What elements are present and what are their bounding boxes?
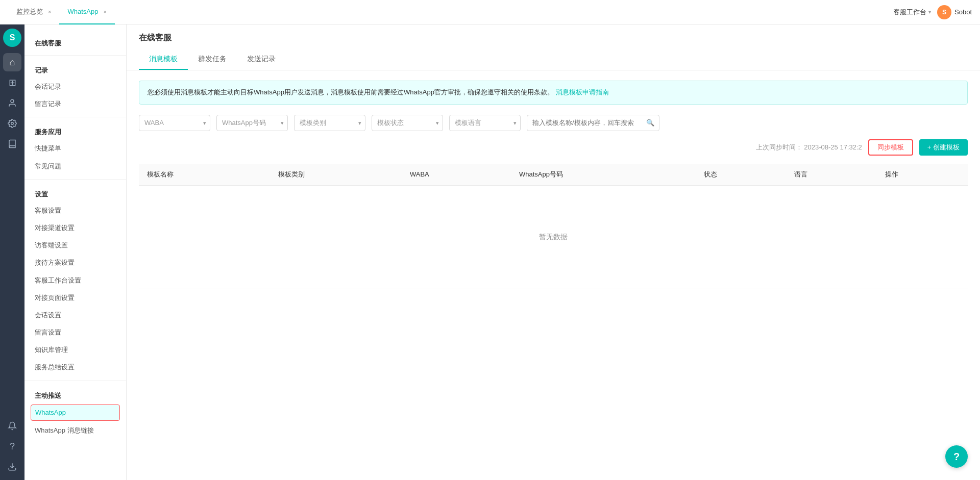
workspace-button[interactable]: 客服工作台 ▾ bbox=[893, 8, 931, 17]
icon-sidebar: S ⌂ ⊞ ? bbox=[0, 24, 24, 480]
tab-monitor-close[interactable]: × bbox=[48, 9, 51, 15]
tab-monitor-label: 监控总览 bbox=[16, 7, 43, 16]
nav-item-whatsapp[interactable]: WhatsApp bbox=[31, 405, 120, 421]
nav-item-reception-settings[interactable]: 接待方案设置 bbox=[24, 254, 126, 271]
empty-state-row: 暂无数据 bbox=[139, 185, 968, 289]
category-select[interactable]: 模板类别 bbox=[294, 115, 365, 131]
nav-item-whatsapp-link[interactable]: WhatsApp 消息链接 bbox=[24, 422, 126, 439]
table-header: 模板名称 模板类别 WABA WhatsApp号码 状态 语言 操作 bbox=[139, 164, 968, 186]
tab-whatsapp-close[interactable]: × bbox=[103, 9, 106, 15]
nav-item-service-summary[interactable]: 服务总结设置 bbox=[24, 359, 126, 376]
tab-message-template[interactable]: 消息模板 bbox=[139, 49, 188, 70]
nav-item-agent-settings[interactable]: 客服设置 bbox=[24, 202, 126, 219]
search-icon: 🔍 bbox=[646, 119, 654, 127]
nav-item-quickmenu[interactable]: 快捷菜单 bbox=[24, 140, 126, 157]
section-title-settings: 设置 bbox=[24, 184, 126, 202]
col-action: 操作 bbox=[877, 164, 968, 186]
nav-item-conversation[interactable]: 会话记录 bbox=[24, 78, 126, 95]
page-header: 在线客服 消息模板 群发任务 发送记录 bbox=[127, 24, 980, 70]
status-select-wrapper: 模板状态 bbox=[372, 115, 443, 131]
sidebar-icon-contacts[interactable] bbox=[3, 94, 21, 112]
content-page-title: 在线客服 bbox=[139, 33, 968, 43]
info-banner: 您必须使用消息模板才能主动向目标WhatsApp用户发送消息，消息模板使用前需要… bbox=[139, 81, 968, 105]
nav-divider-4 bbox=[24, 381, 126, 381]
col-language: 语言 bbox=[786, 164, 877, 186]
sidebar-icon-book[interactable] bbox=[3, 135, 21, 153]
content-body: 您必须使用消息模板才能主动向目标WhatsApp用户发送消息，消息模板使用前需要… bbox=[127, 70, 980, 480]
svg-point-1 bbox=[11, 122, 14, 125]
nav-divider-2 bbox=[24, 117, 126, 117]
nav-divider-3 bbox=[24, 179, 126, 180]
nav-sidebar: 在线客服 记录 会话记录 留言记录 服务应用 快捷菜单 常见问题 设置 客服设置… bbox=[24, 24, 127, 480]
nav-item-workspace-settings[interactable]: 客服工作台设置 bbox=[24, 272, 126, 289]
section-title-service: 服务应用 bbox=[24, 121, 126, 140]
sidebar-icon-bell[interactable] bbox=[3, 417, 21, 435]
col-waba: WABA bbox=[402, 164, 511, 186]
language-select-wrapper: 模板语言 bbox=[449, 115, 521, 131]
nav-item-interface-settings[interactable]: 对接页面设置 bbox=[24, 289, 126, 307]
nav-item-留言[interactable]: 留言记录 bbox=[24, 95, 126, 113]
sidebar-icon-help[interactable]: ? bbox=[3, 437, 21, 456]
phone-select-wrapper: WhatsApp号码 bbox=[216, 115, 288, 131]
nav-divider-1 bbox=[24, 55, 126, 56]
workspace-label: 客服工作台 bbox=[893, 8, 926, 17]
search-input[interactable] bbox=[527, 115, 659, 131]
language-select[interactable]: 模板语言 bbox=[449, 115, 521, 131]
avatar: S bbox=[937, 5, 951, 19]
nav-item-channel-settings[interactable]: 对接渠道设置 bbox=[24, 219, 126, 237]
topbar: 监控总览 × WhatsApp × 客服工作台 ▾ S Sobot bbox=[0, 0, 980, 24]
sidebar-icon-download[interactable] bbox=[3, 458, 21, 476]
nav-item-message-settings[interactable]: 留言设置 bbox=[24, 324, 126, 341]
tab-send-record[interactable]: 发送记录 bbox=[237, 49, 286, 70]
status-select[interactable]: 模板状态 bbox=[372, 115, 443, 131]
action-row: 上次同步时间： 2023-08-25 17:32:2 同步模板 + 创建模板 bbox=[139, 139, 968, 156]
empty-text: 暂无数据 bbox=[147, 192, 960, 283]
svg-point-0 bbox=[11, 99, 14, 103]
phone-select[interactable]: WhatsApp号码 bbox=[216, 115, 288, 131]
table-body: 暂无数据 bbox=[139, 185, 968, 289]
col-phone: WhatsApp号码 bbox=[511, 164, 696, 186]
sync-button[interactable]: 同步模板 bbox=[868, 139, 913, 156]
page-title: 在线客服 bbox=[24, 33, 126, 51]
content-tabs-bar: 消息模板 群发任务 发送记录 bbox=[139, 49, 968, 70]
main-layout: S ⌂ ⊞ ? 在线客服 记录 会话记录 留言记录 服务应用 快捷 bbox=[0, 24, 980, 480]
sidebar-icon-apps[interactable]: ⊞ bbox=[3, 73, 21, 92]
search-wrapper: 🔍 bbox=[527, 115, 659, 131]
content-area: 在线客服 消息模板 群发任务 发送记录 您必须使用消息模板才能主动向目标What… bbox=[127, 24, 980, 480]
col-name: 模板名称 bbox=[139, 164, 270, 186]
section-title-records: 记录 bbox=[24, 60, 126, 78]
waba-select-wrapper: WABA bbox=[139, 115, 210, 131]
nav-item-knowledge-mgmt[interactable]: 知识库管理 bbox=[24, 341, 126, 359]
icon-sidebar-bottom: ? bbox=[3, 417, 21, 476]
help-button[interactable]: ? bbox=[945, 445, 968, 468]
user-name: Sobot bbox=[954, 8, 972, 16]
topbar-right: 客服工作台 ▾ S Sobot bbox=[893, 5, 972, 19]
col-category: 模板类别 bbox=[270, 164, 401, 186]
category-select-wrapper: 模板类别 bbox=[294, 115, 365, 131]
info-banner-text: 您必须使用消息模板才能主动向目标WhatsApp用户发送消息，消息模板使用前需要… bbox=[148, 88, 554, 96]
tab-bar: 监控总览 × WhatsApp × bbox=[8, 0, 115, 24]
logo: S bbox=[3, 29, 21, 47]
empty-state: 暂无数据 bbox=[139, 185, 968, 289]
workspace-arrow-icon: ▾ bbox=[928, 9, 931, 15]
tab-monitor[interactable]: 监控总览 × bbox=[8, 0, 59, 24]
info-banner-link[interactable]: 消息模板申请指南 bbox=[556, 88, 609, 96]
user-info[interactable]: S Sobot bbox=[937, 5, 972, 19]
tab-whatsapp[interactable]: WhatsApp × bbox=[59, 0, 114, 24]
waba-select[interactable]: WABA bbox=[139, 115, 210, 131]
tab-group-task[interactable]: 群发任务 bbox=[188, 49, 237, 70]
data-table: 模板名称 模板类别 WABA WhatsApp号码 状态 语言 操作 暂无数据 bbox=[139, 164, 968, 289]
table-header-row: 模板名称 模板类别 WABA WhatsApp号码 状态 语言 操作 bbox=[139, 164, 968, 186]
sidebar-icon-home[interactable]: ⌂ bbox=[3, 53, 21, 71]
col-status: 状态 bbox=[696, 164, 787, 186]
nav-item-session-settings[interactable]: 会话设置 bbox=[24, 307, 126, 324]
nav-item-faq[interactable]: 常见问题 bbox=[24, 158, 126, 175]
sync-time: 上次同步时间： 2023-08-25 17:32:2 bbox=[756, 143, 862, 152]
tab-whatsapp-label: WhatsApp bbox=[67, 8, 98, 15]
sidebar-icon-settings[interactable] bbox=[3, 114, 21, 133]
filters-row: WABA WhatsApp号码 模板类别 模板状态 bbox=[139, 115, 968, 131]
section-title-proactive: 主动推送 bbox=[24, 385, 126, 403]
nav-item-visitor-settings[interactable]: 访客端设置 bbox=[24, 237, 126, 254]
create-button[interactable]: + 创建模板 bbox=[919, 139, 968, 156]
